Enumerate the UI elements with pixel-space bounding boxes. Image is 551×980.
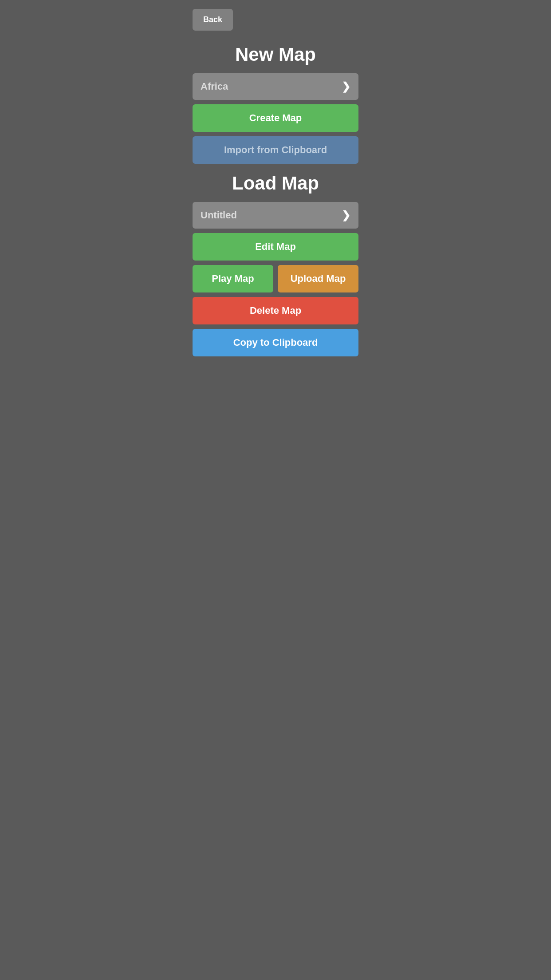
new-map-title: New Map [193,44,358,65]
saved-map-selector[interactable]: Untitled ❯ [193,202,358,229]
load-map-section: Load Map Untitled ❯ Edit Map Play Map Up… [193,173,358,356]
saved-map-chevron-icon: ❯ [342,209,350,221]
load-map-title: Load Map [193,173,358,194]
map-template-label: Africa [201,81,228,92]
import-clipboard-button[interactable]: Import from Clipboard [193,136,358,164]
create-map-button[interactable]: Create Map [193,104,358,132]
screen: Back New Map Africa ❯ Create Map Import … [184,0,367,379]
copy-clipboard-button[interactable]: Copy to Clipboard [193,329,358,356]
delete-map-button[interactable]: Delete Map [193,297,358,324]
map-template-chevron-icon: ❯ [342,80,350,93]
play-upload-row: Play Map Upload Map [193,265,358,292]
edit-map-button[interactable]: Edit Map [193,233,358,261]
new-map-section: New Map Africa ❯ Create Map Import from … [193,44,358,164]
map-template-selector[interactable]: Africa ❯ [193,73,358,100]
saved-map-label: Untitled [201,209,237,221]
upload-map-button[interactable]: Upload Map [278,265,358,292]
play-map-button[interactable]: Play Map [193,265,273,292]
back-button[interactable]: Back [193,9,233,31]
